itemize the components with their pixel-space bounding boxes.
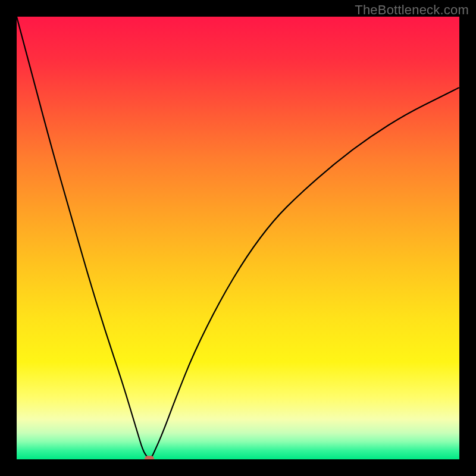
chart-plot-area [17,17,459,459]
chart-background-gradient [17,17,459,459]
chart-frame: TheBottleneck.com [0,0,476,476]
watermark-text: TheBottleneck.com [355,2,469,18]
chart-min-marker [145,456,154,459]
